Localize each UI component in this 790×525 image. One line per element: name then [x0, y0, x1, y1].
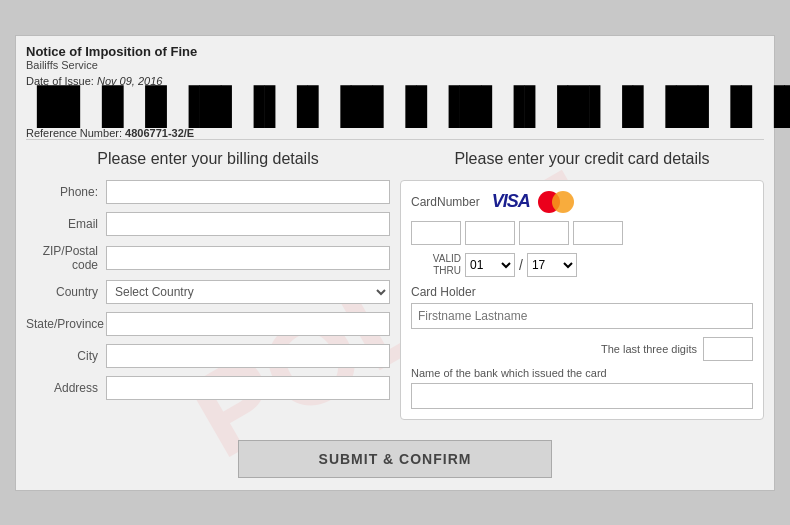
- cc-panel: CardNumber VISA VALIDTHRU: [400, 180, 764, 420]
- notice-title: Notice of Imposition of Fine: [26, 44, 790, 59]
- address-row: Address: [26, 376, 390, 400]
- cc-number-3[interactable]: [519, 221, 569, 245]
- state-row: State/Province: [26, 312, 390, 336]
- email-label: Email: [26, 217, 106, 231]
- city-row: City: [26, 344, 390, 368]
- zip-label: ZIP/Postalcode: [26, 244, 106, 273]
- month-select[interactable]: 01 02 03 04 05 06 07 08 09 10 11 12: [465, 253, 515, 277]
- zip-input[interactable]: [106, 246, 390, 270]
- cvv-label: The last three digits: [601, 343, 697, 355]
- submit-button[interactable]: SUBMIT & CONFIRM: [238, 440, 553, 478]
- bank-input[interactable]: [411, 383, 753, 409]
- valid-thru-label: VALIDTHRU: [411, 253, 461, 277]
- header: Notice of Imposition of Fine Bailiffs Se…: [16, 36, 774, 139]
- valid-thru-row: VALIDTHRU 01 02 03 04 05 06 07 08 09 10 …: [411, 253, 753, 277]
- billing-title: Please enter your billing details: [26, 150, 390, 168]
- state-label: State/Province: [26, 317, 106, 331]
- page-container: Notice of Imposition of Fine Bailiffs Se…: [15, 35, 775, 491]
- country-select[interactable]: Select Country United States United King…: [106, 280, 390, 304]
- date-label: Date of Issue:: [26, 75, 94, 87]
- mastercard-logo: [538, 191, 574, 213]
- address-input[interactable]: [106, 376, 390, 400]
- cc-number-2[interactable]: [465, 221, 515, 245]
- email-input[interactable]: [106, 212, 390, 236]
- year-select[interactable]: 15 16 17 18 19 20 21: [527, 253, 577, 277]
- billing-section: Please enter your billing details Phone:…: [26, 150, 390, 420]
- card-number-label: CardNumber: [411, 195, 480, 209]
- cc-number-1[interactable]: [411, 221, 461, 245]
- form-area: Please enter your billing details Phone:…: [16, 140, 774, 430]
- visa-logo: VISA: [492, 191, 530, 212]
- phone-input[interactable]: [106, 180, 390, 204]
- state-input[interactable]: [106, 312, 390, 336]
- email-row: Email: [26, 212, 390, 236]
- country-label: Country: [26, 285, 106, 299]
- cvv-input[interactable]: [703, 337, 753, 361]
- header-left: Notice of Imposition of Fine Bailiffs Se…: [26, 44, 790, 139]
- ref-number: Reference Number: 4806771-32/E: [26, 127, 790, 139]
- phone-label: Phone:: [26, 185, 106, 199]
- cvv-row: The last three digits: [411, 337, 753, 361]
- mc-circle-right: [552, 191, 574, 213]
- bank-label: Name of the bank which issued the card: [411, 367, 753, 379]
- cc-header: CardNumber VISA: [411, 191, 753, 213]
- date-value: Nov 09, 2016: [97, 75, 162, 87]
- cc-number-4[interactable]: [573, 221, 623, 245]
- cc-number-row: [411, 221, 753, 245]
- address-label: Address: [26, 381, 106, 395]
- phone-row: Phone:: [26, 180, 390, 204]
- slash-separator: /: [519, 257, 523, 273]
- cardholder-input[interactable]: [411, 303, 753, 329]
- submit-area: SUBMIT & CONFIRM: [16, 430, 774, 490]
- barcode: ▐█▌▐▌▐▌▐█▌▐▌▐▌▐█▌▐▌▐█▌▐▌▐█▌▐▌▐█▌▐▌▐█▌: [26, 89, 790, 125]
- bailiffs-label: Bailiffs Service: [26, 59, 790, 71]
- cc-title: Please enter your credit card details: [400, 150, 764, 168]
- country-row: Country Select Country United States Uni…: [26, 280, 390, 304]
- cardholder-label: Card Holder: [411, 285, 753, 299]
- city-input[interactable]: [106, 344, 390, 368]
- credit-section: Please enter your credit card details Ca…: [400, 150, 764, 420]
- date-issue: Date of Issue: Nov 09, 2016: [26, 75, 790, 87]
- zip-row: ZIP/Postalcode: [26, 244, 390, 273]
- city-label: City: [26, 349, 106, 363]
